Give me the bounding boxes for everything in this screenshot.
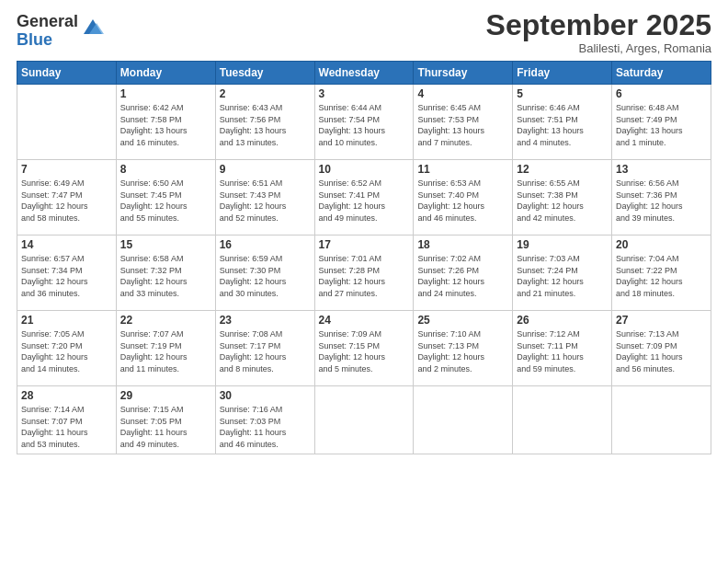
- calendar-cell: [17, 85, 117, 160]
- day-number: 2: [220, 87, 311, 100]
- day-number: 20: [616, 238, 707, 251]
- day-number: 30: [220, 389, 311, 402]
- calendar: SundayMondayTuesdayWednesdayThursdayFrid…: [17, 61, 711, 454]
- calendar-cell: 25Sunrise: 7:10 AM Sunset: 7:13 PM Dayli…: [414, 311, 513, 386]
- day-info: Sunrise: 6:52 AM Sunset: 7:41 PM Dayligh…: [319, 178, 410, 224]
- logo-general: General: [17, 13, 78, 31]
- day-info: Sunrise: 7:12 AM Sunset: 7:11 PM Dayligh…: [517, 328, 608, 374]
- calendar-cell: 30Sunrise: 7:16 AM Sunset: 7:03 PM Dayli…: [215, 386, 314, 454]
- day-number: 19: [517, 238, 608, 251]
- calendar-cell: 1Sunrise: 6:42 AM Sunset: 7:58 PM Daylig…: [116, 85, 215, 160]
- calendar-cell: 27Sunrise: 7:13 AM Sunset: 7:09 PM Dayli…: [612, 311, 711, 386]
- location: Balilesti, Arges, Romania: [486, 41, 711, 55]
- day-number: 26: [517, 314, 608, 327]
- day-info: Sunrise: 6:45 AM Sunset: 7:53 PM Dayligh…: [417, 102, 508, 148]
- day-number: 29: [120, 389, 211, 402]
- calendar-cell: 21Sunrise: 7:05 AM Sunset: 7:20 PM Dayli…: [17, 311, 117, 386]
- weekday-header: Friday: [513, 62, 612, 85]
- calendar-cell: 16Sunrise: 6:59 AM Sunset: 7:30 PM Dayli…: [215, 236, 314, 311]
- day-number: 9: [220, 163, 311, 176]
- calendar-week-row: 14Sunrise: 6:57 AM Sunset: 7:34 PM Dayli…: [17, 236, 711, 311]
- weekday-header: Wednesday: [314, 62, 414, 85]
- calendar-cell: 4Sunrise: 6:45 AM Sunset: 7:53 PM Daylig…: [414, 85, 513, 160]
- calendar-week-row: 1Sunrise: 6:42 AM Sunset: 7:58 PM Daylig…: [17, 85, 711, 160]
- day-number: 27: [616, 314, 707, 327]
- day-info: Sunrise: 6:50 AM Sunset: 7:45 PM Dayligh…: [120, 178, 211, 224]
- calendar-cell: [513, 386, 612, 454]
- day-info: Sunrise: 7:08 AM Sunset: 7:17 PM Dayligh…: [220, 328, 311, 374]
- calendar-cell: 10Sunrise: 6:52 AM Sunset: 7:41 PM Dayli…: [314, 160, 414, 236]
- day-info: Sunrise: 6:51 AM Sunset: 7:43 PM Dayligh…: [220, 178, 311, 224]
- day-number: 18: [417, 238, 508, 251]
- day-info: Sunrise: 7:07 AM Sunset: 7:19 PM Dayligh…: [120, 328, 211, 374]
- day-info: Sunrise: 7:02 AM Sunset: 7:26 PM Dayligh…: [417, 253, 508, 299]
- calendar-week-row: 21Sunrise: 7:05 AM Sunset: 7:20 PM Dayli…: [17, 311, 711, 386]
- month-title: September 2025: [486, 9, 711, 41]
- day-info: Sunrise: 7:13 AM Sunset: 7:09 PM Dayligh…: [616, 328, 707, 374]
- day-number: 12: [517, 163, 608, 176]
- calendar-week-row: 7Sunrise: 6:49 AM Sunset: 7:47 PM Daylig…: [17, 160, 711, 236]
- calendar-week-row: 28Sunrise: 7:14 AM Sunset: 7:07 PM Dayli…: [17, 386, 711, 454]
- day-info: Sunrise: 6:49 AM Sunset: 7:47 PM Dayligh…: [21, 178, 112, 224]
- weekday-header: Sunday: [17, 62, 117, 85]
- day-number: 16: [220, 238, 311, 251]
- day-number: 14: [21, 238, 112, 251]
- calendar-cell: 7Sunrise: 6:49 AM Sunset: 7:47 PM Daylig…: [17, 160, 117, 236]
- day-info: Sunrise: 7:04 AM Sunset: 7:22 PM Dayligh…: [616, 253, 707, 299]
- calendar-cell: 29Sunrise: 7:15 AM Sunset: 7:05 PM Dayli…: [116, 386, 215, 454]
- calendar-cell: 12Sunrise: 6:55 AM Sunset: 7:38 PM Dayli…: [513, 160, 612, 236]
- logo-blue: Blue: [17, 31, 78, 50]
- calendar-cell: 13Sunrise: 6:56 AM Sunset: 7:36 PM Dayli…: [612, 160, 711, 236]
- calendar-cell: 23Sunrise: 7:08 AM Sunset: 7:17 PM Dayli…: [215, 311, 314, 386]
- day-info: Sunrise: 7:14 AM Sunset: 7:07 PM Dayligh…: [21, 404, 112, 450]
- day-number: 4: [417, 87, 508, 100]
- calendar-cell: 18Sunrise: 7:02 AM Sunset: 7:26 PM Dayli…: [414, 236, 513, 311]
- calendar-cell: 8Sunrise: 6:50 AM Sunset: 7:45 PM Daylig…: [116, 160, 215, 236]
- day-number: 8: [120, 163, 211, 176]
- calendar-cell: 26Sunrise: 7:12 AM Sunset: 7:11 PM Dayli…: [513, 311, 612, 386]
- day-info: Sunrise: 7:03 AM Sunset: 7:24 PM Dayligh…: [517, 253, 608, 299]
- weekday-header-row: SundayMondayTuesdayWednesdayThursdayFrid…: [17, 62, 711, 85]
- calendar-cell: 14Sunrise: 6:57 AM Sunset: 7:34 PM Dayli…: [17, 236, 117, 311]
- day-info: Sunrise: 7:01 AM Sunset: 7:28 PM Dayligh…: [319, 253, 410, 299]
- day-info: Sunrise: 7:05 AM Sunset: 7:20 PM Dayligh…: [21, 328, 112, 374]
- calendar-cell: 22Sunrise: 7:07 AM Sunset: 7:19 PM Dayli…: [116, 311, 215, 386]
- calendar-cell: 19Sunrise: 7:03 AM Sunset: 7:24 PM Dayli…: [513, 236, 612, 311]
- day-info: Sunrise: 6:59 AM Sunset: 7:30 PM Dayligh…: [220, 253, 311, 299]
- day-number: 28: [21, 389, 112, 402]
- day-number: 21: [21, 314, 112, 327]
- calendar-cell: 17Sunrise: 7:01 AM Sunset: 7:28 PM Dayli…: [314, 236, 414, 311]
- calendar-cell: 9Sunrise: 6:51 AM Sunset: 7:43 PM Daylig…: [215, 160, 314, 236]
- calendar-cell: 6Sunrise: 6:48 AM Sunset: 7:49 PM Daylig…: [612, 85, 711, 160]
- title-section: September 2025 Balilesti, Arges, Romania: [486, 9, 711, 55]
- logo: General Blue: [17, 13, 106, 50]
- day-info: Sunrise: 7:09 AM Sunset: 7:15 PM Dayligh…: [319, 328, 410, 374]
- weekday-header: Monday: [116, 62, 215, 85]
- logo-icon: [80, 14, 106, 40]
- day-info: Sunrise: 6:44 AM Sunset: 7:54 PM Dayligh…: [319, 102, 410, 148]
- weekday-header: Tuesday: [215, 62, 314, 85]
- day-info: Sunrise: 6:55 AM Sunset: 7:38 PM Dayligh…: [517, 178, 608, 224]
- calendar-cell: 20Sunrise: 7:04 AM Sunset: 7:22 PM Dayli…: [612, 236, 711, 311]
- day-number: 17: [319, 238, 410, 251]
- day-info: Sunrise: 7:10 AM Sunset: 7:13 PM Dayligh…: [417, 328, 508, 374]
- day-number: 1: [120, 87, 211, 100]
- day-number: 13: [616, 163, 707, 176]
- day-info: Sunrise: 6:48 AM Sunset: 7:49 PM Dayligh…: [616, 102, 707, 148]
- calendar-cell: 3Sunrise: 6:44 AM Sunset: 7:54 PM Daylig…: [314, 85, 414, 160]
- day-info: Sunrise: 6:46 AM Sunset: 7:51 PM Dayligh…: [517, 102, 608, 148]
- calendar-cell: [612, 386, 711, 454]
- day-number: 5: [517, 87, 608, 100]
- calendar-cell: 24Sunrise: 7:09 AM Sunset: 7:15 PM Dayli…: [314, 311, 414, 386]
- day-number: 15: [120, 238, 211, 251]
- day-number: 24: [319, 314, 410, 327]
- weekday-header: Saturday: [612, 62, 711, 85]
- day-info: Sunrise: 6:58 AM Sunset: 7:32 PM Dayligh…: [120, 253, 211, 299]
- day-number: 25: [417, 314, 508, 327]
- day-number: 22: [120, 314, 211, 327]
- day-info: Sunrise: 6:53 AM Sunset: 7:40 PM Dayligh…: [417, 178, 508, 224]
- calendar-cell: [414, 386, 513, 454]
- day-number: 3: [319, 87, 410, 100]
- calendar-cell: [314, 386, 414, 454]
- calendar-cell: 28Sunrise: 7:14 AM Sunset: 7:07 PM Dayli…: [17, 386, 117, 454]
